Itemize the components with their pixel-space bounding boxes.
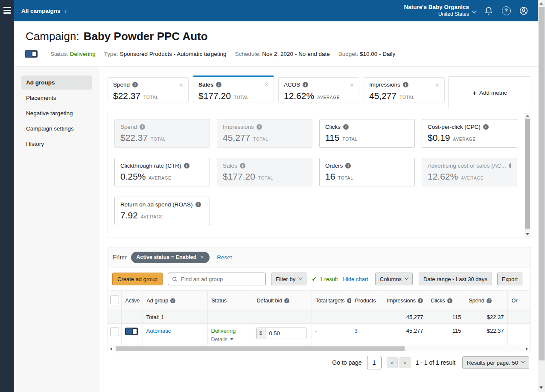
metric-tile-value: $177.20: [223, 171, 255, 182]
details-dropdown[interactable]: Details: [211, 337, 249, 343]
info-icon[interactable]: i: [403, 82, 408, 87]
date-range-button[interactable]: Date range - Last 30 days: [419, 273, 492, 285]
metric-card-sales[interactable]: Salesi✕$177.20TOTAL: [193, 75, 274, 102]
info-icon[interactable]: i: [284, 298, 289, 303]
horizontal-scrollbar-thumb[interactable]: [116, 346, 405, 351]
products-link[interactable]: 3: [355, 328, 358, 334]
column-header-active[interactable]: Active: [121, 291, 143, 311]
info-icon[interactable]: i: [140, 124, 145, 130]
scroll-up-arrow-icon[interactable]: [526, 115, 529, 117]
next-page-button[interactable]: ›: [399, 357, 411, 368]
row-checkbox[interactable]: [111, 328, 119, 336]
table-horizontal-scrollbar[interactable]: [108, 345, 530, 352]
total-targets-link[interactable]: -: [315, 328, 317, 334]
results-per-page-dropdown[interactable]: Results per page: 50: [462, 356, 529, 369]
info-icon[interactable]: i: [216, 82, 221, 87]
page-scrollbar-thumb[interactable]: [539, 7, 545, 360]
filter-by-dropdown[interactable]: Filter by: [271, 273, 306, 285]
bid-value-input[interactable]: [265, 328, 306, 339]
metric-card-qualifier: TOTAL: [143, 95, 158, 100]
metrics-panel-scrollbar[interactable]: [525, 113, 530, 237]
scroll-down-arrow-icon[interactable]: [539, 386, 543, 389]
default-bid-input[interactable]: $: [256, 328, 306, 339]
search-ad-group-input[interactable]: [168, 273, 266, 285]
ad-group-link[interactable]: Automatic: [146, 328, 171, 334]
sidebar-nav: Ad groupsPlacementsNegative targetingCam…: [14, 67, 99, 392]
metric-tile-impressions[interactable]: Impressionsi45,277TOTAL: [217, 119, 312, 148]
info-icon[interactable]: i: [343, 124, 349, 130]
panel-scrollbar-thumb[interactable]: [525, 119, 530, 229]
info-icon[interactable]: i: [347, 298, 351, 303]
info-icon[interactable]: i: [195, 202, 201, 207]
page-number-input[interactable]: [367, 356, 382, 369]
info-icon[interactable]: i: [132, 82, 138, 87]
info-icon[interactable]: i: [170, 298, 175, 303]
metric-tile-sales[interactable]: Salesi$177.20TOTAL: [217, 158, 312, 186]
sidebar-item-negative-targeting[interactable]: Negative targeting: [21, 106, 92, 120]
column-header-clicks[interactable]: Clicksi: [427, 291, 465, 311]
row-active-toggle[interactable]: [125, 328, 138, 335]
close-icon[interactable]: ✕: [264, 81, 269, 88]
sidebar-item-ad-groups[interactable]: Ad groups: [21, 75, 92, 90]
info-icon[interactable]: i: [345, 163, 351, 168]
info-icon[interactable]: i: [240, 163, 245, 168]
metric-card-spend[interactable]: Spendi✕$22.37TOTAL: [108, 77, 189, 102]
breadcrumb-all-campaigns-link[interactable]: All campaigns: [21, 8, 61, 14]
info-icon[interactable]: i: [509, 163, 511, 168]
column-header-total-targets[interactable]: Total targetsi: [312, 291, 351, 311]
column-header-spend[interactable]: Spendi: [465, 291, 507, 311]
scroll-left-arrow-icon[interactable]: [110, 347, 112, 351]
column-header-ad-group[interactable]: Ad groupi: [143, 291, 207, 311]
status-label: Status:: [50, 51, 68, 57]
filter-chip[interactable]: Active status = Enabled✕: [131, 252, 210, 263]
scroll-right-arrow-icon[interactable]: [526, 347, 528, 351]
help-icon[interactable]: ?: [501, 6, 511, 15]
page-scrollbar[interactable]: [538, 0, 545, 392]
column-header-impressions[interactable]: Impressionsi: [383, 291, 427, 311]
account-chevron-down-icon[interactable]: [472, 9, 476, 13]
metric-tile-cost-per-click-cpc[interactable]: Cost-per-click (CPC)i$0.19AVERAGE: [422, 119, 517, 148]
scroll-down-arrow-icon[interactable]: [526, 233, 529, 235]
metric-tile-clickthrough-rate-ctr[interactable]: Clickthrough rate (CTR)i0.25%AVERAGE: [114, 158, 210, 186]
reset-filters-link[interactable]: Reset: [217, 254, 232, 261]
close-icon[interactable]: ✕: [350, 82, 354, 88]
export-button[interactable]: Export: [497, 273, 523, 285]
columns-dropdown[interactable]: Columns: [375, 273, 413, 285]
metric-card-impressions[interactable]: Impressionsi✕45,277TOTAL: [364, 77, 445, 102]
account-switcher[interactable]: Nature's Baby Organics United States: [404, 4, 469, 17]
info-icon[interactable]: i: [303, 82, 308, 87]
column-header-status[interactable]: Status: [207, 291, 253, 311]
info-icon[interactable]: i: [487, 298, 492, 303]
info-icon[interactable]: i: [184, 163, 189, 168]
info-icon[interactable]: i: [483, 124, 489, 130]
column-header-products[interactable]: Products: [351, 291, 383, 311]
metric-tile-clicks[interactable]: Clicksi115TOTAL: [319, 119, 415, 148]
account-profile-icon[interactable]: [519, 6, 528, 15]
info-icon[interactable]: i: [418, 298, 423, 303]
metric-tile-spend[interactable]: Spendi$22.37TOTAL: [114, 119, 210, 148]
info-icon[interactable]: i: [447, 298, 452, 303]
close-icon[interactable]: ✕: [179, 82, 184, 88]
previous-page-button[interactable]: ‹: [387, 357, 398, 368]
column-header-or[interactable]: Or: [507, 291, 530, 311]
sidebar-item-placements[interactable]: Placements: [21, 91, 92, 105]
notifications-bell-icon[interactable]: [484, 6, 493, 15]
hamburger-menu-icon[interactable]: [3, 7, 11, 14]
metric-tile-advertising-cost-of-sales-ac[interactable]: Advertising cost of sales (AC...i12.62%A…: [422, 158, 517, 186]
close-icon[interactable]: ✕: [435, 82, 440, 88]
info-icon[interactable]: i: [256, 124, 262, 130]
create-ad-group-button[interactable]: Create ad group: [112, 273, 163, 285]
campaign-active-toggle[interactable]: [25, 50, 38, 58]
select-all-checkbox[interactable]: [111, 296, 119, 304]
add-metric-button[interactable]: +Add metric: [448, 76, 531, 109]
metric-tile-return-on-ad-spend-roas[interactable]: Return on ad spend (ROAS)i7.92AVERAGE: [114, 197, 210, 225]
hide-chart-link[interactable]: Hide chart: [343, 276, 368, 282]
sidebar-item-history[interactable]: History: [21, 137, 92, 151]
scroll-up-arrow-icon[interactable]: [539, 2, 543, 5]
sidebar-item-campaign-settings[interactable]: Campaign settings: [21, 122, 92, 136]
metric-tile-orders[interactable]: Ordersi16TOTAL: [319, 158, 415, 186]
metric-card-acos[interactable]: ACOSi✕12.62%AVERAGE: [278, 77, 359, 102]
column-header-default-bid[interactable]: Default bidi: [253, 291, 312, 311]
search-input[interactable]: [181, 276, 257, 282]
remove-filter-icon[interactable]: ✕: [200, 254, 204, 260]
